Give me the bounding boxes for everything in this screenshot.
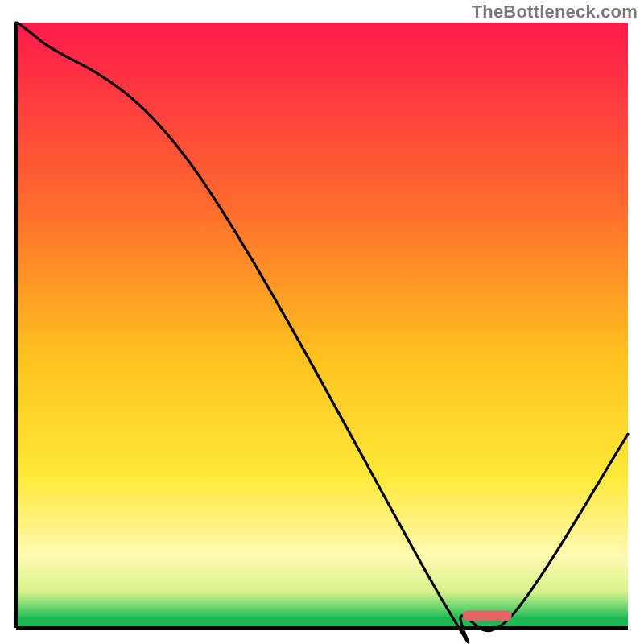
plot-background bbox=[16, 23, 628, 628]
plot-bottom-band bbox=[16, 617, 628, 628]
optimal-marker bbox=[463, 610, 512, 621]
chart-svg bbox=[0, 0, 644, 644]
watermark-text: TheBottleneck.com bbox=[472, 2, 638, 23]
bottleneck-chart: TheBottleneck.com bbox=[0, 0, 644, 644]
